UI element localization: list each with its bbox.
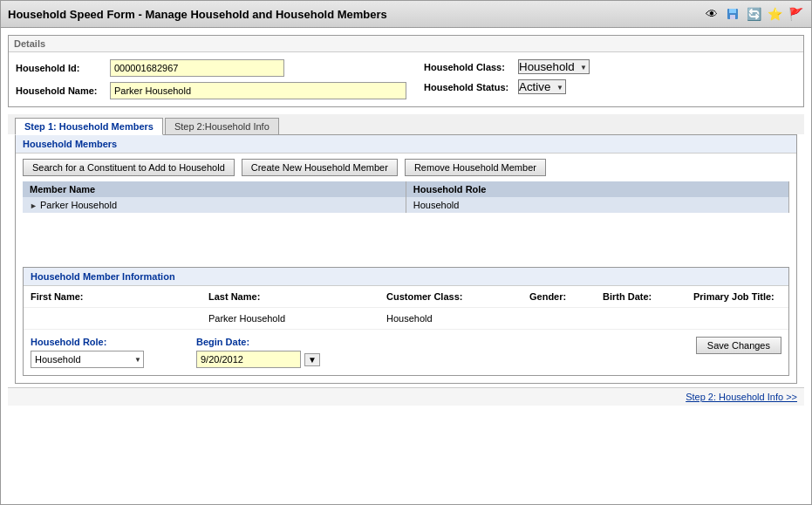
- member-name-cell: ► Parker Household: [23, 197, 406, 213]
- household-status-label: Household Status:: [424, 82, 511, 92]
- begin-date-input[interactable]: [196, 351, 301, 368]
- members-table: Member Name Household Role ► Parker Hous…: [23, 181, 789, 213]
- flag-icon[interactable]: 🚩: [787, 5, 804, 23]
- household-class-label: Household Class:: [424, 62, 511, 72]
- col-header-household-role: Household Role: [406, 181, 788, 197]
- household-role-group: Household Role: Household: [31, 337, 144, 368]
- spacer: [16, 216, 796, 260]
- window-title: Household Speed Form - Manage Household …: [8, 8, 387, 21]
- last-name-value: Parker Household: [208, 311, 383, 325]
- members-table-header-row: Member Name Household Role: [23, 181, 789, 197]
- household-class-wrapper: Household: [518, 59, 590, 74]
- col-last-name-header: Last Name:: [208, 290, 383, 304]
- col-primary-job-title-header: Primary Job Title:: [693, 290, 781, 304]
- title-bar: Household Speed Form - Manage Household …: [1, 1, 811, 28]
- create-member-button[interactable]: Create New Household Member: [242, 159, 398, 176]
- household-role-wrapper: Household: [31, 351, 144, 368]
- details-right: Household Class: Household Household Sta…: [424, 59, 796, 99]
- tab-step2[interactable]: Step 2:Household Info: [165, 118, 279, 134]
- household-class-row: Household Class: Household: [424, 59, 796, 74]
- member-info-headers: First Name: Last Name: Customer Class: G…: [24, 286, 788, 308]
- household-id-label: Household Id:: [16, 63, 103, 73]
- member-info-title: Household Member Information: [24, 268, 788, 286]
- col-first-name-header: First Name:: [31, 290, 205, 304]
- primary-job-title-value: [693, 311, 781, 325]
- household-id-input[interactable]: [110, 59, 284, 77]
- details-title: Details: [9, 36, 803, 52]
- household-name-input[interactable]: [110, 82, 406, 99]
- birth-date-value: [603, 311, 690, 325]
- refresh-icon[interactable]: 🔄: [745, 5, 762, 23]
- svg-rect-2: [730, 15, 735, 19]
- tab-content: Household Members Search for a Constitue…: [15, 134, 797, 384]
- save-changes-button[interactable]: Save Changes: [696, 337, 781, 354]
- visibility-icon[interactable]: 👁: [703, 5, 720, 23]
- first-name-value: [31, 311, 205, 325]
- household-name-row: Household Name:: [16, 82, 406, 99]
- member-name-value: Parker Household: [40, 200, 117, 210]
- search-constituent-button[interactable]: Search for a Constituent to Add to House…: [23, 159, 235, 176]
- details-grid: Household Id: Household Name: Household …: [9, 52, 803, 106]
- content-area: Details Household Id: Household Name:: [1, 28, 811, 413]
- household-status-wrapper: Active: [518, 79, 566, 94]
- svg-rect-1: [729, 9, 736, 13]
- begin-date-row: ▼: [196, 351, 320, 368]
- household-status-row: Household Status: Active: [424, 79, 796, 94]
- household-name-label: Household Name:: [16, 85, 103, 96]
- household-role-select-row: Household: [31, 351, 144, 368]
- col-header-member-name: Member Name: [23, 181, 406, 197]
- begin-date-label: Begin Date:: [196, 337, 320, 347]
- toolbar-icons: 👁 🔄 ⭐ 🚩: [703, 5, 804, 23]
- footer-nav: Step 2: Household Info >>: [8, 387, 804, 406]
- step2-link[interactable]: Step 2: Household Info >>: [686, 392, 797, 402]
- row-arrow-icon: ►: [30, 201, 38, 210]
- members-table-container: Member Name Household Role ► Parker Hous…: [16, 181, 796, 216]
- col-birth-date-header: Birth Date:: [603, 290, 690, 304]
- main-window: Household Speed Form - Manage Household …: [0, 0, 812, 505]
- tab-step1[interactable]: Step 1: Household Members: [15, 118, 163, 135]
- household-status-select[interactable]: Active: [518, 79, 566, 94]
- save-icon[interactable]: [724, 5, 741, 23]
- remove-member-button[interactable]: Remove Household Member: [405, 159, 546, 176]
- members-buttons-row: Search for a Constituent to Add to House…: [16, 154, 796, 181]
- household-members-title: Household Members: [16, 135, 796, 154]
- member-info-fields: Household Role: Household Begin Date:: [24, 330, 788, 375]
- table-row[interactable]: ► Parker Household Household: [23, 197, 789, 213]
- member-info-section: Household Member Information First Name:…: [23, 267, 789, 376]
- col-gender-header: Gender:: [529, 290, 599, 304]
- member-info-values: Parker Household Household: [24, 308, 788, 330]
- details-left: Household Id: Household Name:: [16, 59, 406, 99]
- household-id-row: Household Id:: [16, 59, 406, 77]
- details-section: Details Household Id: Household Name:: [8, 35, 804, 107]
- household-role-select[interactable]: Household: [31, 351, 144, 368]
- col-customer-class-header: Customer Class:: [386, 290, 526, 304]
- member-role-value: Household: [413, 200, 460, 210]
- gender-value: [529, 311, 599, 325]
- household-role-label: Household Role:: [31, 337, 144, 347]
- household-class-select[interactable]: Household: [518, 59, 590, 74]
- customer-class-value: Household: [386, 311, 526, 325]
- member-role-cell: Household: [406, 197, 788, 213]
- save-changes-area: Save Changes: [696, 337, 781, 356]
- tabs-row: Step 1: Household Members Step 2:Househo…: [8, 114, 804, 134]
- begin-date-group: Begin Date: ▼: [196, 337, 320, 368]
- begin-date-dropdown-icon[interactable]: ▼: [304, 353, 320, 366]
- star-icon[interactable]: ⭐: [766, 5, 783, 23]
